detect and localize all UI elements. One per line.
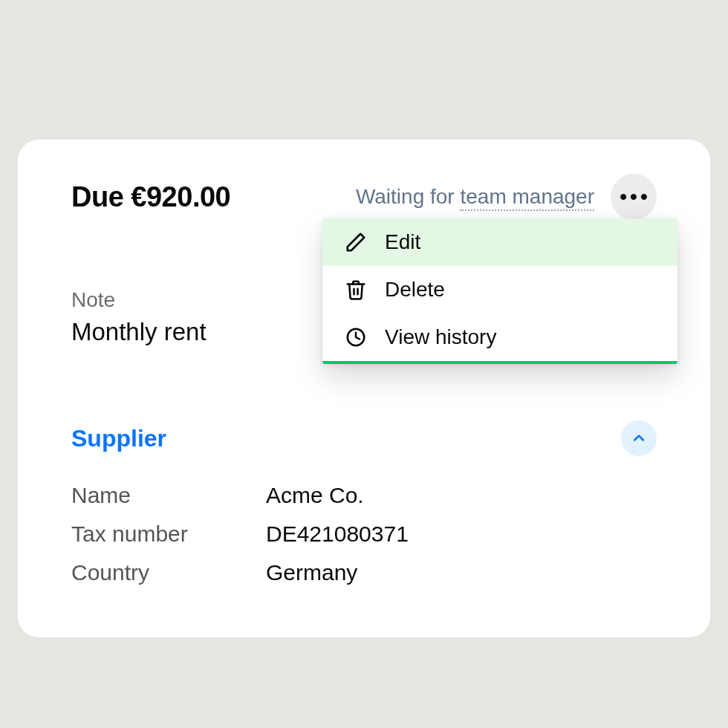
clock-icon (345, 326, 367, 348)
menu-item-label: Edit (385, 230, 420, 254)
menu-item-history[interactable]: View history (322, 313, 677, 361)
approval-status: Waiting for team manager (356, 185, 594, 209)
card-header: Due €920.00 Waiting for team manager ••• (71, 174, 657, 220)
chevron-up-icon (631, 431, 646, 446)
field-label: Tax number (71, 521, 266, 547)
field-row-country: Country Germany (71, 560, 657, 585)
pencil-icon (345, 231, 367, 253)
status-prefix: Waiting for (356, 185, 461, 208)
supplier-section-header: Supplier (71, 420, 657, 456)
field-label: Name (71, 483, 266, 508)
invoice-card: Due €920.00 Waiting for team manager •••… (18, 140, 710, 637)
field-row-tax: Tax number DE421080371 (71, 521, 657, 547)
more-button[interactable]: ••• (611, 174, 657, 220)
field-value: DE421080371 (266, 521, 409, 547)
field-row-name: Name Acme Co. (71, 483, 657, 508)
header-right: Waiting for team manager ••• (356, 174, 657, 220)
menu-item-delete[interactable]: Delete (322, 266, 677, 313)
menu-item-edit[interactable]: Edit (322, 218, 677, 266)
supplier-section-title[interactable]: Supplier (71, 425, 166, 452)
field-value: Germany (266, 560, 357, 585)
collapse-button[interactable] (621, 420, 657, 456)
due-amount: Due €920.00 (71, 181, 230, 213)
trash-icon (345, 279, 367, 301)
field-label: Country (71, 560, 266, 585)
actions-menu: Edit Delete View history (322, 218, 677, 364)
supplier-fields: Name Acme Co. Tax number DE421080371 Cou… (71, 483, 657, 585)
status-role-link[interactable]: team manager (460, 185, 594, 211)
ellipsis-icon: ••• (620, 185, 650, 209)
menu-item-label: Delete (385, 278, 445, 302)
menu-item-label: View history (385, 325, 496, 349)
field-value: Acme Co. (266, 483, 364, 508)
